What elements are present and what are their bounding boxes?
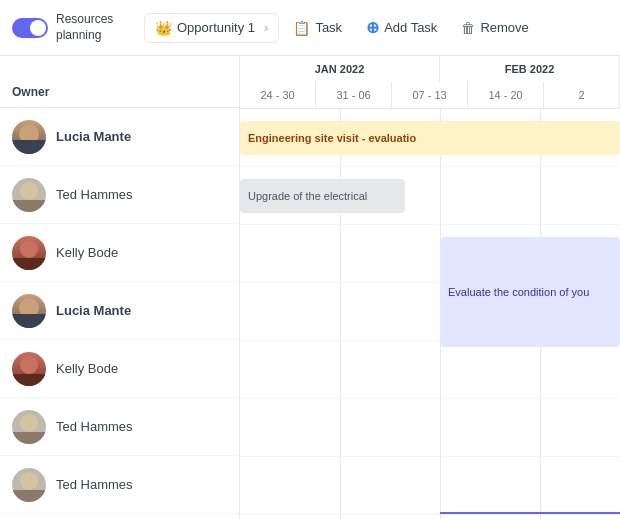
week-row: 24 - 30 31 - 06 07 - 13 14 - 20 2 [240,82,620,108]
bar-label: Upgrade of the electrical [248,190,367,202]
engineering-task-bar[interactable]: Engineering site visit - evaluatio [240,121,620,155]
owner-row[interactable]: Lucia Mante [0,108,239,166]
gantt-header: JAN 2022 FEB 2022 24 - 30 31 - 06 07 - 1… [240,56,620,109]
gantt-body: Engineering site visit - evaluatio Upgra… [240,109,620,519]
week-cell: 2 [544,82,620,108]
avatar [12,120,46,154]
week-cell: 24 - 30 [240,82,316,108]
add-task-label: Add Task [384,20,437,35]
feb-month-group: FEB 2022 [440,56,620,82]
owner-name: Ted Hammes [56,419,133,434]
gantt-row [240,515,620,519]
gantt-area: JAN 2022 FEB 2022 24 - 30 31 - 06 07 - 1… [240,56,620,519]
dependency-line-horizontal [440,512,620,514]
owner-row[interactable]: Ted Hammes [0,456,239,514]
avatar [12,410,46,444]
avatar [12,352,46,386]
owner-name: Kelly Bode [56,245,118,260]
main-content: Owner Lucia Mante Ted Hammes Kelly Bod [0,56,620,519]
avatar [12,468,46,502]
task-icon: 📋 [293,20,310,36]
evaluate-task-bar[interactable]: Evaluate the condition of you [440,237,620,347]
jan-month-group: JAN 2022 [240,56,440,82]
upgrade-task-bar[interactable]: Upgrade of the electrical [240,179,405,213]
trash-icon: 🗑 [461,20,475,36]
owner-column: Owner Lucia Mante Ted Hammes Kelly Bod [0,56,240,519]
owner-row[interactable]: Ted Hammes [0,166,239,224]
app-header: Resources planning 👑 Opportunity 1 📋 Tas… [0,0,620,56]
week-cell: 14 - 20 [468,82,544,108]
owner-name: Ted Hammes [56,187,133,202]
owner-row[interactable]: Kelly Bode [0,340,239,398]
owner-name: Kelly Bode [56,361,118,376]
nav-items: 👑 Opportunity 1 📋 Task ⊕ Add Task 🗑 Remo… [144,12,608,43]
owner-name: Lucia Mante [56,303,131,318]
resources-planning-toggle[interactable] [12,18,48,38]
owner-name: Ted Hammes [56,477,133,492]
task-label: Task [315,20,342,35]
avatar [12,236,46,270]
owner-row[interactable]: Kelly Bode [0,224,239,282]
month-row: JAN 2022 FEB 2022 [240,56,620,82]
owner-name: Lucia Mante [56,129,131,144]
week-cell: 07 - 13 [392,82,468,108]
owner-row[interactable]: Lucia Mante [0,514,239,519]
owner-row[interactable]: Ted Hammes [0,398,239,456]
resources-toggle-section: Resources planning [12,12,132,43]
opportunity-nav-item[interactable]: 👑 Opportunity 1 [144,13,279,43]
remove-label: Remove [480,20,528,35]
opportunity-label: Opportunity 1 [177,20,255,35]
task-nav-item[interactable]: 📋 Task [283,14,352,42]
add-task-nav-item[interactable]: ⊕ Add Task [356,12,447,43]
avatar [12,294,46,328]
jan-label: JAN 2022 [315,63,365,75]
bar-label: Evaluate the condition of you [448,286,589,298]
bar-label: Engineering site visit - evaluatio [248,132,416,144]
avatar [12,178,46,212]
crown-icon: 👑 [155,20,172,36]
remove-nav-item[interactable]: 🗑 Remove [451,14,538,42]
gantt-row [240,457,620,515]
gantt-row [240,399,620,457]
feb-label: FEB 2022 [505,63,555,75]
owner-column-header: Owner [0,56,239,108]
toggle-label: Resources planning [56,12,113,43]
plus-icon: ⊕ [366,18,379,37]
owner-row[interactable]: Lucia Mante [0,282,239,340]
week-cell: 31 - 06 [316,82,392,108]
gantt-row [240,341,620,399]
